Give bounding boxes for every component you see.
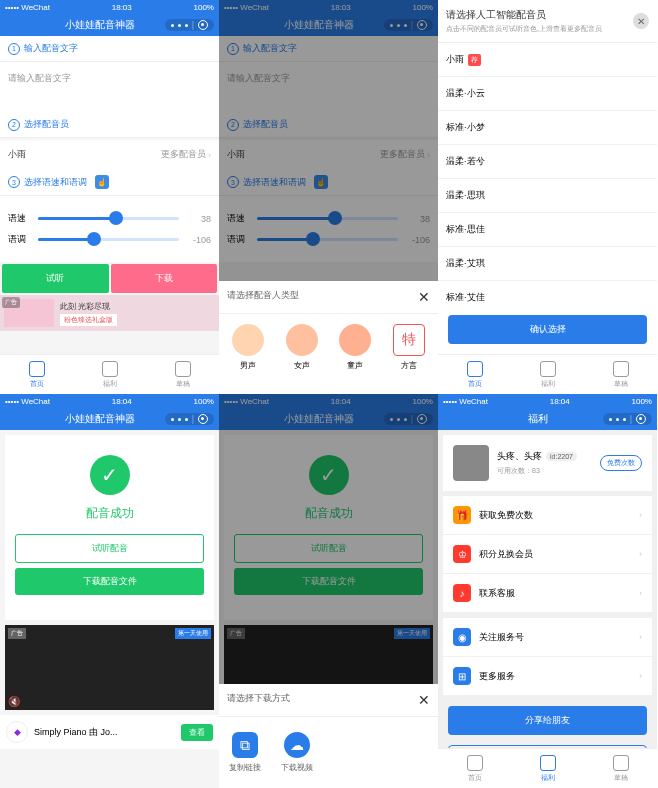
confirm-button[interactable]: 确认选择 (448, 315, 647, 344)
hand-icon: ☝ (95, 175, 109, 189)
app-icon: ◆ (6, 721, 28, 743)
close-icon[interactable]: ✕ (418, 289, 430, 305)
free-count-button[interactable]: 免费次数 (600, 455, 642, 471)
download-button[interactable]: 下载配音文件 (15, 568, 204, 595)
voice-option[interactable]: 小雨荐 (438, 43, 657, 77)
sliders: 语速38 语调-106 (0, 196, 219, 262)
voice-type-sheet: 请选择配音人类型✕ 男声 女声 童声 特方言 (219, 281, 438, 394)
speed-slider[interactable] (38, 217, 179, 220)
menu-capsule[interactable]: | (603, 413, 652, 425)
voice-option[interactable]: 标准·思佳 (438, 213, 657, 247)
tab-home[interactable]: 首页 (438, 355, 511, 394)
status-bar: ••••• WeChat18:04100% (438, 394, 657, 408)
text-input[interactable]: 请输入配音文字 (0, 62, 219, 112)
close-icon (198, 20, 208, 30)
menu-free-count[interactable]: 🎁获取免费次数› (443, 496, 652, 535)
voice-list-modal: 请选择人工智能配音员点击不同的配音员可试听音色,上滑查看更多配音员✕ 小雨荐 温… (438, 0, 657, 354)
tab-welfare[interactable]: 福利 (511, 749, 584, 788)
voice-option[interactable]: 温柔·艾琪 (438, 247, 657, 281)
voice-option[interactable]: 温柔·若兮 (438, 145, 657, 179)
cloud-download-icon: ☁ (284, 732, 310, 758)
success-panel: ✓ 配音成功 试听配音 下载配音文件 (5, 435, 214, 620)
tab-welfare[interactable]: 福利 (511, 355, 584, 394)
step-3-header: 3选择语速和语调☝ (0, 169, 219, 196)
voice-dialect[interactable]: 特方言 (385, 324, 434, 384)
header: 福利| (438, 408, 657, 430)
step-2-header: 2选择配音员 (0, 112, 219, 138)
tab-draft[interactable]: 草稿 (584, 355, 657, 394)
close-icon[interactable]: ✕ (418, 692, 430, 708)
bell-icon: ◉ (453, 628, 471, 646)
app-install-row: ◆ Simply Piano 由 Jo... 查看 (0, 715, 219, 749)
copy-link-button[interactable]: ⧉复制链接 (229, 732, 261, 773)
headset-icon: ♪ (453, 584, 471, 602)
voice-male[interactable]: 男声 (224, 324, 273, 384)
voice-female[interactable]: 女声 (278, 324, 327, 384)
status-bar: ••••• WeChat18:04100% (0, 394, 219, 408)
voice-option[interactable]: 温柔·思琪 (438, 179, 657, 213)
vip-icon: ♔ (453, 545, 471, 563)
video-ad[interactable]: 广告 第一天使用 🔇 (5, 625, 214, 710)
mute-icon[interactable]: 🔇 (8, 696, 20, 707)
tab-home[interactable]: 首页 (0, 355, 73, 394)
tab-draft[interactable]: 草稿 (584, 749, 657, 788)
ad-banner[interactable]: 广告此刻 光彩尽现粉色臻选礼盒版 (0, 295, 219, 331)
voice-child[interactable]: 童声 (331, 324, 380, 384)
download-sheet: 请选择下载方式✕ ⧉复制链接 ☁下载视频 (219, 684, 438, 788)
menu-support[interactable]: ♪联系客服› (443, 574, 652, 613)
step-1-header: 1输入配音文字 (0, 36, 219, 62)
page-title: 小娃娃配音神器 (35, 18, 165, 32)
screen-voice-list: ••••• WeChat18:03100% 小娃娃配音神器| 请选择人工智能配音… (438, 0, 657, 394)
download-video-button[interactable]: ☁下载视频 (281, 732, 313, 773)
listen-button[interactable]: 试听配音 (15, 534, 204, 563)
view-button[interactable]: 查看 (181, 724, 213, 741)
chevron-right-icon: › (208, 150, 211, 160)
close-icon[interactable]: ✕ (633, 13, 649, 29)
listen-button[interactable]: 试听 (2, 264, 109, 293)
gift-icon: 🎁 (453, 506, 471, 524)
avatar (453, 445, 489, 481)
profile-card: 头疼、头疼id:2207 可用次数：83 免费次数 (443, 435, 652, 491)
chevron-right-icon: › (639, 510, 642, 520)
menu-follow[interactable]: ◉关注服务号› (443, 618, 652, 657)
header: 小娃娃配音神器 | (0, 14, 219, 36)
link-icon: ⧉ (232, 732, 258, 758)
screen-success-1: ••••• WeChat18:04100% 小娃娃配音神器| ✓ 配音成功 试听… (0, 394, 219, 788)
screen-voice-type: ••••• WeChat18:03100% 小娃娃配音神器| 1输入配音文字 请… (219, 0, 438, 394)
voice-option[interactable]: 温柔·小云 (438, 77, 657, 111)
voice-option[interactable]: 标准·小梦 (438, 111, 657, 145)
menu-capsule[interactable]: | (165, 413, 214, 425)
tab-welfare[interactable]: 福利 (73, 355, 146, 394)
status-bar: ••••• WeChat18:03100% (0, 0, 219, 14)
gift-icon (102, 361, 118, 377)
check-icon: ✓ (90, 455, 130, 495)
screen-main: ••••• WeChat18:03100% 小娃娃配音神器 | 1输入配音文字 … (0, 0, 219, 394)
voice-option[interactable]: 标准·艾佳 (438, 281, 657, 305)
pitch-slider[interactable] (38, 238, 179, 241)
download-button[interactable]: 下载 (111, 264, 218, 293)
screen-profile: ••••• WeChat18:04100% 福利| 头疼、头疼id:2207 可… (438, 394, 657, 788)
menu-capsule[interactable]: | (165, 19, 214, 31)
tab-home[interactable]: 首页 (438, 749, 511, 788)
menu-points[interactable]: ♔积分兑换会员› (443, 535, 652, 574)
tab-bar: 首页 福利 草稿 (0, 354, 219, 394)
voice-selector[interactable]: 小雨更多配音员› (0, 140, 219, 169)
menu-more[interactable]: ⊞更多服务› (443, 657, 652, 696)
share-button[interactable]: 分享给朋友 (448, 706, 647, 735)
tab-draft[interactable]: 草稿 (146, 355, 219, 394)
doc-icon (175, 361, 191, 377)
screen-success-2: ••••• WeChat18:04100% 小娃娃配音神器| ✓ 配音成功 试听… (219, 394, 438, 788)
header: 小娃娃配音神器| (0, 408, 219, 430)
home-icon (29, 361, 45, 377)
grid-icon: ⊞ (453, 667, 471, 685)
